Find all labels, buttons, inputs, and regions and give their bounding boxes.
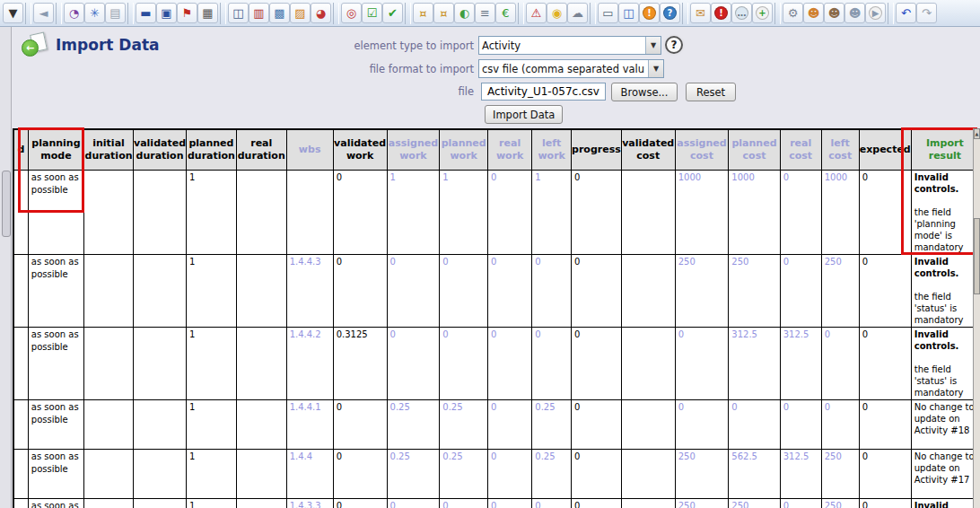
warning-triangle-icon[interactable]: ⚠ [526,3,547,23]
document-icon[interactable]: ▤ [105,3,126,23]
user-badge-icon[interactable]: ☻ [803,3,824,23]
cell-validated-cost [621,498,675,508]
scrollbar-thumb[interactable] [974,218,980,294]
col-header-expected: expected [859,129,911,170]
checkbox-icon[interactable]: ☑ [362,3,382,23]
calendar-check-icon[interactable]: ✔ [382,3,403,23]
cell-planned-duration: 1 [187,449,237,498]
help-circle-icon[interactable]: ? [660,3,680,23]
cell-expected: 0 [859,170,911,254]
reset-button[interactable]: Reset [686,83,736,101]
cell-initial-duration [84,254,134,327]
computer-clock-icon[interactable]: ◫ [228,3,249,23]
moneybag-gear-icon[interactable]: ¤ [433,3,454,23]
cell-expected: 0 [859,399,911,449]
table-row: as soon as possible101101010001000010000… [13,170,979,254]
cell-left-cost: 0 [821,327,859,399]
alert-red-icon[interactable]: ! [711,3,731,23]
cell-left-work: 0.25 [532,449,572,498]
cell-real-work: 0 [488,254,532,327]
form-lines-icon[interactable]: ≡ [475,3,495,23]
globe-icon[interactable]: ◐ [454,3,475,23]
cell-expected: 0 [859,327,911,399]
add-item-icon[interactable]: + [752,3,773,23]
scroll-up-icon[interactable]: ▲ [974,128,980,139]
cell-planned-work: 1 [440,170,488,254]
cell-import-result: Invalid controls.the field 'status' is m… [911,327,979,399]
element-type-select[interactable]: Activity ▼ [478,36,661,55]
toolbar-separator [56,3,62,24]
cell-real-cost: 312.5 [780,449,821,498]
window-chart-icon[interactable]: ▥ [249,3,269,23]
toolbar-dropdown-icon[interactable]: ▼ [3,3,23,23]
window-user-icon[interactable]: ▨ [290,3,311,23]
window-pie-icon[interactable]: ◕ [311,3,331,23]
cell-wbs [286,170,333,254]
col-header-assigned-work: assigned work [387,129,440,170]
users-group-icon[interactable]: ☻ [824,3,844,23]
presentation-board-icon[interactable]: ▭ [598,3,618,23]
cell-left-work: 0 [532,254,572,327]
toolbar-separator [405,3,411,24]
cell-validated-work: 0 [333,498,387,508]
play-circle-icon[interactable]: ▶ [865,3,886,23]
file-format-select[interactable]: csv file (comma separated valu ▼ [478,59,664,78]
help-icon[interactable]: ? [665,36,683,54]
cell-expected: 0 [859,498,911,508]
target-icon[interactable]: ◎ [341,3,362,23]
cell-validated-work: 0 [333,399,387,449]
euro-icon[interactable]: € [495,3,516,23]
col-header-validated-cost: validated cost [621,129,675,170]
cell-validated-cost [621,170,675,254]
cell-validated-cost [621,254,675,327]
alert-orange-icon[interactable]: ! [639,3,660,23]
clapperboard-icon[interactable]: ▦ [197,3,218,23]
cell-progress: 0 [572,498,622,508]
cell-real-duration [236,327,286,399]
back-icon[interactable]: ◄ [33,3,54,23]
redo-icon[interactable]: ↷ [916,3,937,23]
col-header-planned-duration: planned duration [187,129,237,170]
table-row: as soon as possible11.4.4.100.250.2500.2… [13,399,979,449]
cell-wbs: 1.4.4.1 [286,399,333,449]
vertical-scrollbar[interactable]: ▲ [973,128,980,508]
cell-validated-work: 0 [333,449,387,498]
ticket-icon[interactable]: ▬ [136,3,156,23]
file-input[interactable] [481,83,606,101]
browse-button[interactable]: Browse... [611,83,678,101]
toolbar-separator [774,3,781,24]
cell-real-cost: 0 [780,170,821,254]
computer-icon[interactable]: ▣ [156,3,177,23]
cell-assigned-work: 0 [387,327,440,399]
gear-icon[interactable]: ✳ [84,3,105,23]
moneybag-user-icon[interactable]: ¤ [413,3,433,23]
mail-forward-icon[interactable]: ✉ [690,3,711,23]
chat-bubble-icon[interactable]: … [731,3,752,23]
window-gear-icon[interactable]: ▩ [269,3,290,23]
cell-id [13,399,28,449]
cell-left-cost: 1000 [821,170,859,254]
cell-validated-work: 0.3125 [333,327,387,399]
cell-left-cost: 250 [821,254,859,327]
cell-planned-work: 0 [440,254,488,327]
cell-planning-mode: as soon as possible [28,449,83,498]
window-clock-icon[interactable]: ◫ [618,3,639,23]
cell-planned-cost: 312.5 [729,327,780,399]
cell-initial-duration [84,399,134,449]
col-header-real-duration: real duration [236,129,286,170]
table-row: as soon as possible11.4.3.30000002502500… [13,498,979,508]
import-data-button[interactable]: Import Data [485,105,563,124]
cell-assigned-work: 0.25 [387,449,440,498]
col-header-id: d [13,129,28,170]
lightbulb-icon[interactable]: ◉ [547,3,567,23]
cell-initial-duration [84,498,134,508]
left-panel-handle[interactable] [2,171,11,237]
undo-icon[interactable]: ↶ [896,3,916,23]
storm-cloud-icon[interactable]: ☁ [567,3,588,23]
user-small-icon[interactable]: ☻ [844,3,865,23]
flag-icon[interactable]: ⚑ [177,3,197,23]
cell-assigned-cost: 0 [675,399,729,449]
clock-icon[interactable]: ◔ [64,3,84,23]
gears-user-icon[interactable]: ⚙ [783,3,803,23]
cell-real-work: 0 [488,498,532,508]
